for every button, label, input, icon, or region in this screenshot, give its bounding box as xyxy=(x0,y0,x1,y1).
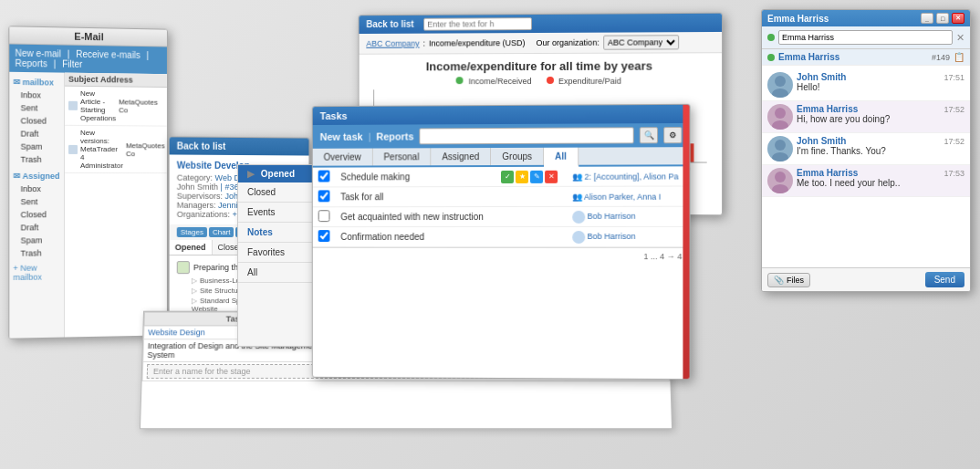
task-name-cell: Schedule making xyxy=(335,167,495,187)
sep1: | xyxy=(68,49,70,59)
star-icon[interactable]: ★ xyxy=(516,170,528,182)
tab-all[interactable]: All xyxy=(544,148,579,167)
table-row[interactable]: Confirmation needed Bob Harrison xyxy=(313,226,690,246)
inbox-item[interactable]: Inbox xyxy=(9,89,64,102)
svg-point-7 xyxy=(772,184,788,193)
receive-emails-link[interactable]: Receive e-mails xyxy=(76,49,141,60)
delete-icon[interactable]: ✕ xyxy=(546,170,558,182)
organizations-label: Organizations: xyxy=(177,210,230,219)
task-checkbox[interactable] xyxy=(318,230,330,242)
org-select[interactable]: ABC Company xyxy=(603,35,679,49)
chat-search-input[interactable] xyxy=(778,30,953,45)
contact-online-dot xyxy=(767,54,775,61)
reports-link[interactable]: Reports xyxy=(376,130,413,141)
tasks-window-title: Tasks xyxy=(313,105,690,125)
chart-search-input[interactable] xyxy=(423,17,532,31)
tasks-table: Schedule making ✓ ★ ✎ ✕ 👥 2: [Accounting… xyxy=(313,166,690,247)
category-label: Category: xyxy=(177,173,213,182)
email-sidebar: ✉ mailbox Inbox Sent Closed Draft Spam T… xyxy=(9,72,65,339)
notes-icon[interactable]: 📋 xyxy=(954,52,964,62)
trash-item[interactable]: Trash xyxy=(9,153,64,166)
sent-item[interactable]: Sent xyxy=(9,101,64,115)
table-row[interactable]: Task for all 👥 Alison Parker, Anna I xyxy=(313,186,690,207)
arrow-icon: ▶ xyxy=(247,169,255,179)
task-checkbox[interactable] xyxy=(318,210,330,222)
task-checkbox[interactable] xyxy=(318,190,330,202)
edit-icon[interactable]: ✎ xyxy=(530,170,543,182)
task-detail-header: Back to list xyxy=(170,137,309,155)
svg-point-1 xyxy=(772,89,788,98)
chat-messages-area: John Smith 17:51 Hello! Emma Harriss 17:… xyxy=(762,66,970,267)
group-icon: 👥 xyxy=(572,193,582,202)
chat-contact-row[interactable]: Emma Harriss #149 📋 xyxy=(762,49,970,66)
tab-assigned[interactable]: Assigned xyxy=(431,148,491,165)
table-row[interactable]: Get acquainted with new instruction Bob … xyxy=(313,206,690,226)
tasks-table-container: Schedule making ✓ ★ ✎ ✕ 👥 2: [Accounting… xyxy=(313,166,690,349)
tab-opened[interactable]: Opened xyxy=(170,240,213,255)
sep2: | xyxy=(146,50,149,60)
task-checkbox[interactable] xyxy=(318,171,330,182)
files-button[interactable]: 📎 Files xyxy=(767,273,810,287)
filter-link[interactable]: Filter xyxy=(62,59,82,69)
message-time: 17:52 xyxy=(944,105,964,114)
chat-search-bar: ✕ xyxy=(762,26,970,49)
spam-item[interactable]: Spam xyxy=(9,141,64,153)
new-email-link[interactable]: New e-mail xyxy=(15,48,61,59)
draft2-item[interactable]: Draft xyxy=(9,221,64,234)
table-row[interactable]: New versions: MetaTrader 4 Administrator… xyxy=(65,126,167,173)
new-mailbox-btn[interactable]: + New mailbox xyxy=(9,259,64,286)
badge: #149 xyxy=(932,53,950,62)
tab-overview[interactable]: Overview xyxy=(313,149,373,166)
chat-message: John Smith 17:52 I'm fine. Thanks. You? xyxy=(762,133,970,165)
minimize-button[interactable]: _ xyxy=(921,13,933,24)
tab-groups[interactable]: Groups xyxy=(491,148,544,165)
maximize-button[interactable]: □ xyxy=(936,13,949,24)
files-label: Files xyxy=(787,276,804,285)
tasks-search-input[interactable] xyxy=(419,127,633,144)
new-task-link[interactable]: New task xyxy=(320,131,363,142)
draft-item[interactable]: Draft xyxy=(9,127,64,140)
send-button[interactable]: Send xyxy=(925,272,964,287)
table-row[interactable]: Schedule making ✓ ★ ✎ ✕ 👥 2: [Accounting… xyxy=(313,166,690,187)
table-row[interactable]: New Article - Starting Operations MetaQu… xyxy=(65,87,167,127)
breadcrumb-company[interactable]: ABC Company xyxy=(366,39,419,48)
message-header: John Smith 17:52 xyxy=(797,136,964,146)
chart-button[interactable]: Chart xyxy=(209,227,235,237)
envelope-icon: ✉ xyxy=(13,78,20,87)
close-button[interactable]: ✕ xyxy=(952,13,964,24)
close-search-icon[interactable]: ✕ xyxy=(956,32,964,44)
inbox2-item[interactable]: Inbox xyxy=(9,182,64,195)
task-action-icons: ✓ ★ ✎ ✕ xyxy=(501,170,560,182)
back-to-list-link[interactable]: Back to list xyxy=(366,19,413,29)
back-to-list-link[interactable]: Back to list xyxy=(177,141,302,151)
reports-link[interactable]: Reports xyxy=(15,58,47,69)
trash2-item[interactable]: Trash xyxy=(9,246,64,260)
email-main: Subject Address New Article - Starting O… xyxy=(65,73,167,339)
spam2-item[interactable]: Spam xyxy=(9,234,64,247)
group-icon: 👥 xyxy=(572,172,582,182)
email-body: ✉ mailbox Inbox Sent Closed Draft Spam T… xyxy=(9,72,167,339)
assigned-section: ✉ Assigned xyxy=(9,170,64,182)
svg-point-2 xyxy=(775,108,786,119)
closed-item[interactable]: Closed xyxy=(9,114,64,128)
supervisors-label: Supervisors: xyxy=(177,192,223,201)
id-label: John Smith xyxy=(177,182,218,192)
sep3: | xyxy=(54,58,57,68)
stages-button[interactable]: Stages xyxy=(177,227,207,237)
window-controls: _ □ ✕ xyxy=(921,13,964,24)
check-icon[interactable]: ✓ xyxy=(501,170,514,182)
avatar xyxy=(767,136,793,162)
tab-personal[interactable]: Personal xyxy=(373,148,432,165)
email-subject: New Article - Starting Operations xyxy=(80,89,116,122)
task-name-cell: Confirmation needed xyxy=(335,227,495,247)
mailbox-section: ✉ mailbox xyxy=(9,76,64,89)
expense-legend: Expenditure/Paid xyxy=(546,77,620,86)
managers-label: Managers: xyxy=(177,201,216,210)
settings-button[interactable]: ⚙ xyxy=(663,127,682,143)
closed2-item[interactable]: Closed xyxy=(9,208,64,221)
sent2-item[interactable]: Sent xyxy=(9,195,64,208)
sender-name: John Smith xyxy=(797,72,846,82)
search-button[interactable]: 🔍 xyxy=(640,127,658,143)
task-assignee: 👥 2: [Accounting], Alison Pa xyxy=(572,172,679,181)
task-assignee: Bob Harrison xyxy=(572,232,636,241)
